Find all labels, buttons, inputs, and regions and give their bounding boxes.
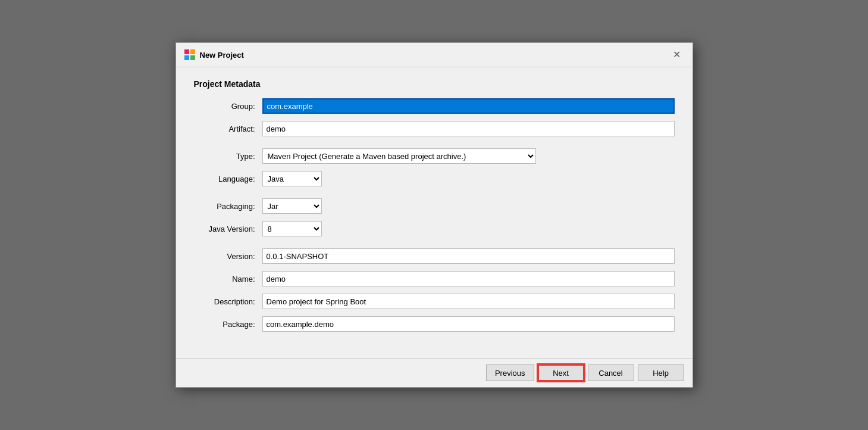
name-input[interactable] bbox=[262, 271, 675, 286]
artifact-row: Artifact: bbox=[194, 121, 675, 136]
help-button[interactable]: Help bbox=[638, 364, 684, 381]
package-label: Package: bbox=[194, 320, 262, 329]
svg-rect-1 bbox=[190, 49, 195, 54]
artifact-input[interactable] bbox=[262, 121, 675, 136]
language-row: Language: Java Kotlin Groovy bbox=[194, 171, 675, 186]
name-control bbox=[262, 271, 675, 286]
group-label: Group: bbox=[194, 102, 262, 111]
version-row: Version: bbox=[194, 248, 675, 264]
description-row: Description: bbox=[194, 294, 675, 309]
name-row: Name: bbox=[194, 271, 675, 286]
package-row: Package: bbox=[194, 316, 675, 332]
svg-rect-3 bbox=[190, 55, 195, 60]
group-control bbox=[262, 98, 675, 114]
packaging-label: Packaging: bbox=[194, 202, 262, 211]
type-row: Type: Maven Project (Generate a Maven ba… bbox=[194, 148, 675, 164]
packaging-control: Jar War bbox=[262, 198, 675, 214]
title-bar-left: New Project bbox=[184, 49, 244, 60]
java-version-label: Java Version: bbox=[194, 225, 262, 233]
version-input[interactable] bbox=[262, 248, 675, 264]
language-label: Language: bbox=[194, 175, 262, 183]
dialog-body: Project Metadata Group: Artifact: Type: … bbox=[176, 67, 692, 358]
group-input[interactable] bbox=[262, 98, 675, 114]
close-button[interactable]: ✕ bbox=[669, 49, 684, 61]
type-label: Type: bbox=[194, 152, 262, 161]
svg-rect-0 bbox=[184, 49, 189, 54]
packaging-select[interactable]: Jar War bbox=[262, 198, 322, 214]
description-label: Description: bbox=[194, 297, 262, 306]
group-row: Group: bbox=[194, 98, 675, 114]
svg-rect-2 bbox=[184, 55, 189, 60]
java-version-select[interactable]: 8 11 17 bbox=[262, 221, 322, 236]
section-title: Project Metadata bbox=[194, 79, 675, 89]
language-select[interactable]: Java Kotlin Groovy bbox=[262, 171, 322, 186]
language-control: Java Kotlin Groovy bbox=[262, 171, 675, 186]
java-version-row: Java Version: 8 11 17 bbox=[194, 221, 675, 236]
version-control bbox=[262, 248, 675, 264]
previous-button[interactable]: Previous bbox=[486, 364, 534, 381]
artifact-label: Artifact: bbox=[194, 124, 262, 133]
type-control: Maven Project (Generate a Maven based pr… bbox=[262, 148, 675, 164]
description-input[interactable] bbox=[262, 294, 675, 309]
new-project-dialog: New Project ✕ Project Metadata Group: Ar… bbox=[176, 42, 693, 388]
description-control bbox=[262, 294, 675, 309]
next-button[interactable]: Next bbox=[538, 364, 584, 381]
dialog-footer: Previous Next Cancel Help bbox=[176, 358, 692, 387]
package-control bbox=[262, 316, 675, 332]
package-input[interactable] bbox=[262, 316, 675, 332]
name-label: Name: bbox=[194, 275, 262, 283]
dialog-title: New Project bbox=[200, 51, 244, 60]
java-version-control: 8 11 17 bbox=[262, 221, 675, 236]
app-icon bbox=[184, 49, 195, 60]
version-label: Version: bbox=[194, 252, 262, 261]
packaging-row: Packaging: Jar War bbox=[194, 198, 675, 214]
type-select[interactable]: Maven Project (Generate a Maven based pr… bbox=[262, 148, 536, 164]
title-bar: New Project ✕ bbox=[176, 43, 692, 67]
cancel-button[interactable]: Cancel bbox=[588, 364, 634, 381]
artifact-control bbox=[262, 121, 675, 136]
